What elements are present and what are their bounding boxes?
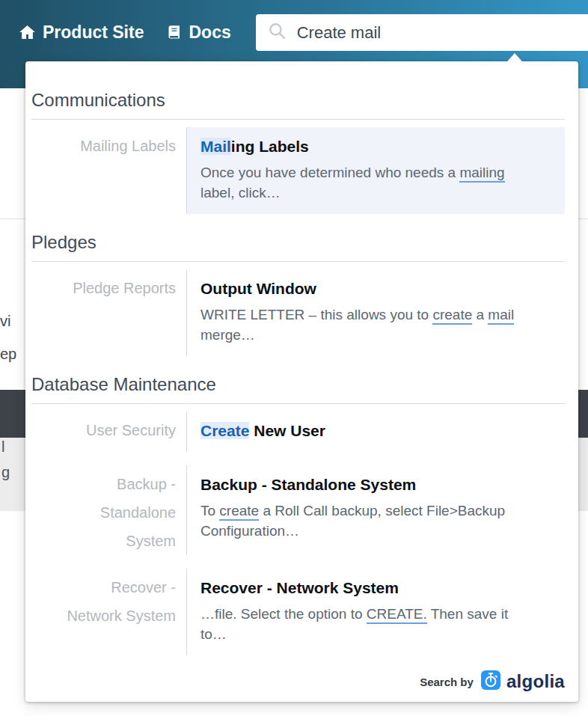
result-category-label: Mailing Labels xyxy=(28,127,186,214)
search-results-section: CommunicationsMailing LabelsMailing Labe… xyxy=(28,90,565,214)
result-row: User SecurityCreate New User xyxy=(28,411,565,452)
result-item[interactable]: Output WindowWRITE LETTER – this allows … xyxy=(186,269,565,356)
algolia-attribution-link[interactable]: Search by algolia xyxy=(420,670,565,693)
home-icon xyxy=(19,24,36,41)
underlined-term: create xyxy=(219,503,259,521)
result-row: Mailing LabelsMailing LabelsOnce you hav… xyxy=(28,127,565,214)
section-divider xyxy=(31,403,565,404)
background-text-fragment: g xyxy=(1,464,10,481)
title-text: New User xyxy=(249,422,325,439)
snippet-text: Then save it xyxy=(427,606,508,622)
underlined-term: create xyxy=(432,307,472,325)
title-text: Backup - Standalone System xyxy=(200,476,416,493)
snippet-text: merge… xyxy=(200,327,255,343)
snippet-text: label, click… xyxy=(200,185,281,201)
result-snippet: …file. Select the option to CREATE. Then… xyxy=(200,604,550,644)
snippet-text: Configuration… xyxy=(200,523,299,539)
result-row: Recover - Network SystemRecover - Networ… xyxy=(28,569,565,655)
result-item[interactable]: Mailing LabelsOnce you have determined w… xyxy=(186,127,565,214)
result-snippet: WRITE LETTER – this allows you to create… xyxy=(200,305,550,345)
underlined-term: CREATE. xyxy=(367,606,427,624)
search-by-label: Search by xyxy=(420,676,474,688)
snippet-text: a Roll Call backup, select File>Backup xyxy=(259,503,505,518)
section-title: Communications xyxy=(31,90,565,111)
result-title: Recover - Network System xyxy=(200,578,550,598)
title-text: ing Labels xyxy=(231,138,309,155)
result-title: Backup - Standalone System xyxy=(200,475,550,495)
search-box xyxy=(256,14,588,51)
dropdown-caret xyxy=(503,53,527,67)
query-highlight: Mail xyxy=(200,138,231,155)
nav-link-product-site[interactable]: Product Site xyxy=(19,14,144,51)
search-results-section: Database MaintenanceUser SecurityCreate … xyxy=(28,374,565,655)
section-divider xyxy=(31,261,565,262)
title-text: Output Window xyxy=(200,280,316,297)
result-title: Create New User xyxy=(200,421,550,441)
background-text-fragment: ep xyxy=(0,346,16,363)
underlined-term: mailing xyxy=(459,165,504,183)
snippet-text: a xyxy=(472,307,488,322)
result-snippet: Once you have determined who needs a mai… xyxy=(200,162,550,203)
query-highlight: Create xyxy=(200,422,249,439)
search-input[interactable] xyxy=(297,23,588,43)
result-item[interactable]: Backup - Standalone SystemTo create a Ro… xyxy=(186,465,565,555)
algolia-logo-icon xyxy=(481,670,500,693)
snippet-text: To xyxy=(200,503,219,518)
result-category-label: Backup - Standalone System xyxy=(28,465,186,555)
result-row: Pledge ReportsOutput WindowWRITE LETTER … xyxy=(28,269,565,356)
nav-link-label: Product Site xyxy=(43,22,144,43)
background-text-fragment: l xyxy=(1,438,4,456)
result-title: Mailing Labels xyxy=(200,137,550,156)
nav-link-docs[interactable]: Docs xyxy=(166,14,230,51)
underlined-term: mail xyxy=(488,307,514,325)
search-results-section: PledgesPledge ReportsOutput WindowWRITE … xyxy=(28,232,565,356)
result-snippet: To create a Roll Call backup, select Fil… xyxy=(200,501,550,541)
section-title: Pledges xyxy=(31,232,565,253)
result-category-label: Pledge Reports xyxy=(28,269,186,356)
result-category-label: Recover - Network System xyxy=(28,569,186,655)
title-text: Recover - Network System xyxy=(200,579,399,596)
search-results-dropdown: CommunicationsMailing LabelsMailing Labe… xyxy=(25,61,578,702)
snippet-text: Once you have determined who needs a xyxy=(200,165,459,180)
result-item[interactable]: Create New User xyxy=(186,411,565,452)
snippet-text: to… xyxy=(200,626,227,642)
section-title: Database Maintenance xyxy=(31,374,565,395)
algolia-brand-text: algolia xyxy=(506,671,565,692)
snippet-text: WRITE LETTER – this allows you to xyxy=(200,307,432,322)
book-icon xyxy=(166,25,182,40)
nav-link-label: Docs xyxy=(189,22,230,43)
result-title: Output Window xyxy=(200,279,550,299)
results-sections: CommunicationsMailing LabelsMailing Labe… xyxy=(28,90,565,655)
result-category-label: User Security xyxy=(28,411,186,452)
section-divider xyxy=(31,119,565,120)
result-item[interactable]: Recover - Network System…file. Select th… xyxy=(186,569,565,655)
background-text-fragment: vi xyxy=(0,313,10,330)
search-icon xyxy=(268,22,297,43)
snippet-text: …file. Select the option to xyxy=(200,606,367,622)
result-row: Backup - Standalone SystemBackup - Stand… xyxy=(28,465,565,555)
